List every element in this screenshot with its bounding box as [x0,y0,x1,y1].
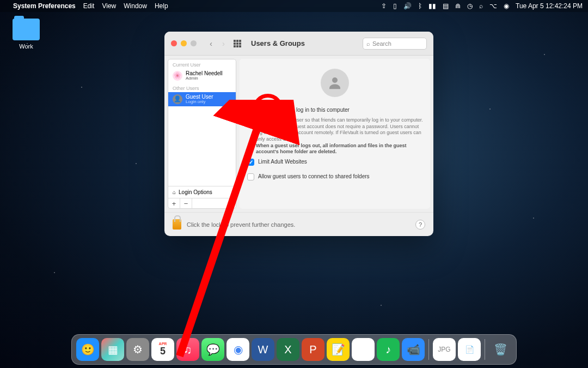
search-icon: ⌕ [366,40,370,47]
dock-system-preferences[interactable]: ⚙ [126,338,149,361]
login-options-row[interactable]: ⌂ Login Options [168,186,236,198]
dock-calendar[interactable]: APR5 [151,338,174,361]
dock-chrome[interactable]: ◉ [226,338,249,361]
sidebar-guest-user[interactable]: 👤 Guest User Login only [168,92,236,106]
dock-messages[interactable]: 💬 [201,338,224,361]
zoom-button[interactable] [191,40,197,46]
other-users-header: Other Users [168,83,236,92]
battery-icon[interactable]: ▮▮ [428,2,436,10]
traffic-lights [171,40,197,46]
limit-adult-websites-row[interactable]: Limit Adult Websites [247,159,422,166]
window-title: Users & Groups [251,39,305,47]
guest-avatar-large[interactable] [321,69,349,97]
bluetooth-icon[interactable]: ᛒ [418,2,422,10]
dock-slack[interactable]: ✱ [352,338,375,361]
current-user-header: Current User [168,59,236,69]
dock-file-doc[interactable]: 📄 [458,338,481,361]
dock-separator [428,339,429,360]
dock-trash[interactable]: 🗑️ [489,338,512,361]
dock-zoom[interactable]: 📹 [402,338,425,361]
avatar-icon: 🌸 [173,71,182,81]
home-icon: ⌂ [173,189,176,195]
control-center-icon[interactable]: ⌥ [489,2,497,10]
shared-folders-label: Allow guest users to connect to shared f… [258,173,370,179]
dropbox-icon[interactable]: ⇪ [381,2,387,10]
dock-spotify[interactable]: ♪ [377,338,400,361]
menubar-datetime[interactable]: Tue Apr 5 12:42:24 PM [516,2,583,10]
desktop-folder-work[interactable]: Work [10,19,42,50]
menubar-app-name[interactable]: System Preferences [13,2,76,10]
guest-user-settings: Allow guests to log in to this computer … [240,59,430,209]
remove-user-button[interactable]: − [180,198,192,208]
wifi-icon[interactable]: ⋒ [455,2,461,10]
storage-icon[interactable]: ▯ [393,2,397,10]
shared-folders-checkbox[interactable] [247,173,254,180]
svg-point-0 [332,77,338,83]
dock: 🙂 ▦ ⚙ APR5 ♫ 💬 ◉ W X P 📝 ✱ ♪ 📹 JPG 📄 🗑️ [71,334,517,365]
guest-user-role: Login only [186,100,213,105]
users-groups-window: ‹ › Users & Groups ⌕ Search Current User… [164,32,433,236]
add-remove-users: + − [168,198,236,208]
dock-file-jpg[interactable]: JPG [433,338,456,361]
sidebar-current-user[interactable]: 🌸 Rachel Needell Admin [168,69,236,83]
dock-powerpoint[interactable]: P [302,338,324,361]
users-sidebar: Current User 🌸 Rachel Needell Admin Othe… [168,59,236,209]
help-button[interactable]: ? [415,220,425,230]
forward-button[interactable]: › [222,39,225,48]
back-button[interactable]: ‹ [210,39,212,48]
menu-edit[interactable]: Edit [83,2,95,10]
dock-finder[interactable]: 🙂 [76,338,99,361]
window-footer: Click the lock to prevent further change… [164,212,433,236]
limit-adult-websites-label: Limit Adult Websites [258,159,307,165]
dock-launchpad[interactable]: ▦ [101,338,124,361]
avatar-icon: 👤 [173,94,182,104]
shared-folders-row[interactable]: Allow guest users to connect to shared f… [247,173,422,180]
allow-guest-login-warning: When a guest user logs out, all informat… [256,143,407,155]
desktop-folder-label: Work [10,43,42,50]
search-field[interactable]: ⌕ Search [363,38,427,50]
volume-icon[interactable]: 🔊 [403,2,412,10]
menu-window[interactable]: Window [124,2,147,10]
minimize-button[interactable] [181,40,187,46]
menubar: System Preferences Edit View Window Help… [0,0,588,12]
menu-view[interactable]: View [102,2,116,10]
limit-adult-websites-checkbox[interactable] [247,159,254,166]
folder-icon [13,19,40,40]
show-all-icon[interactable] [234,40,241,47]
lock-text: Click the lock to prevent further change… [187,221,295,228]
dock-word[interactable]: W [252,338,274,361]
clock-icon[interactable]: ◷ [467,2,473,10]
siri-icon[interactable]: ◉ [504,2,509,10]
window-titlebar: ‹ › Users & Groups ⌕ Search [164,32,433,56]
allow-guest-login-row[interactable]: Allow guests to log in to this computer [247,107,422,114]
lock-icon[interactable] [173,219,181,230]
dock-music[interactable]: ♫ [176,338,199,361]
dock-excel[interactable]: X [277,338,299,361]
allow-guest-login-label: Allow guests to log in to this computer [258,107,350,113]
menu-help[interactable]: Help [155,2,168,10]
add-user-button[interactable]: + [168,198,180,208]
login-options-label: Login Options [179,189,212,195]
flag-icon[interactable]: ▤ [443,2,449,10]
dock-separator [485,339,485,360]
current-user-role: Admin [186,76,223,81]
allow-guest-login-desc: Enable the guest user so that friends ca… [256,117,423,142]
search-placeholder: Search [372,40,391,47]
spotlight-icon[interactable]: ⌕ [479,2,483,10]
close-button[interactable] [171,40,177,46]
dock-notes[interactable]: 📝 [327,338,350,361]
allow-guest-login-checkbox[interactable] [247,107,254,114]
